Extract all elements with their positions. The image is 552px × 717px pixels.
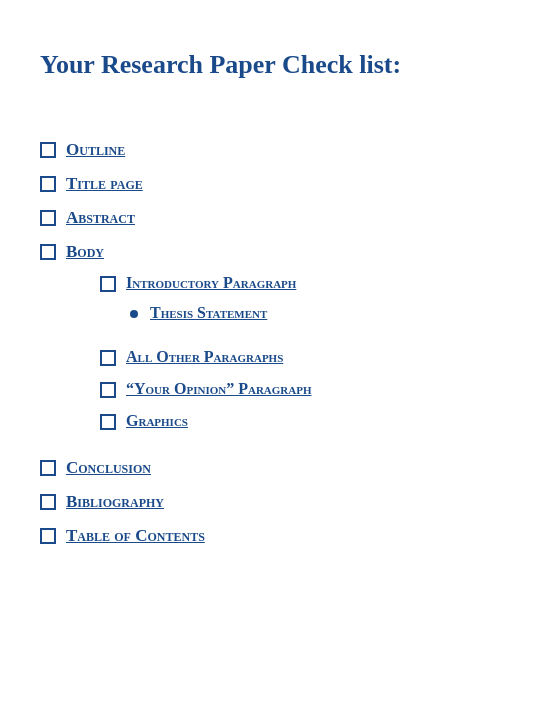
list-item-thesis-statement: Thesis Statement [130, 304, 267, 322]
checkbox-abstract[interactable] [40, 210, 56, 226]
list-item-outline: Outline [40, 140, 512, 160]
list-item-all-other-paragraphs: All Other Paragraphs [100, 348, 312, 366]
list-item-conclusion: Conclusion [40, 458, 512, 478]
checkbox-all-other-paragraphs[interactable] [100, 350, 116, 366]
label-title-page: Title page [66, 174, 143, 194]
label-all-other-paragraphs: All Other Paragraphs [126, 348, 283, 366]
checkbox-graphics[interactable] [100, 414, 116, 430]
checkbox-introductory-paragraph[interactable] [100, 276, 116, 292]
list-item-abstract: Abstract [40, 208, 512, 228]
checkbox-bibliography[interactable] [40, 494, 56, 510]
list-item-your-opinion-paragraph: “Your Opinion” Paragraph [100, 380, 312, 398]
bullet-thesis [130, 310, 138, 318]
checkbox-table-of-contents[interactable] [40, 528, 56, 544]
label-conclusion: Conclusion [66, 458, 151, 478]
list-item-introductory-paragraph: Introductory Paragraph Thesis Statement [100, 274, 312, 334]
label-introductory-paragraph: Introductory Paragraph [126, 274, 296, 292]
label-graphics: Graphics [126, 412, 188, 430]
checklist: Outline Title page Abstract Body Introdu… [40, 140, 512, 546]
label-outline: Outline [66, 140, 125, 160]
label-bibliography: Bibliography [66, 492, 164, 512]
list-item-title-page: Title page [40, 174, 512, 194]
checkbox-outline[interactable] [40, 142, 56, 158]
checkbox-conclusion[interactable] [40, 460, 56, 476]
label-your-opinion-paragraph: “Your Opinion” Paragraph [126, 380, 312, 398]
label-abstract: Abstract [66, 208, 135, 228]
checkbox-your-opinion-paragraph[interactable] [100, 382, 116, 398]
label-body: Body [66, 242, 104, 262]
page-title: Your Research Paper Check list: [40, 50, 512, 80]
list-item-table-of-contents: Table of Contents [40, 526, 512, 546]
label-thesis-statement: Thesis Statement [150, 304, 267, 322]
list-item-bibliography: Bibliography [40, 492, 512, 512]
checkbox-body[interactable] [40, 244, 56, 260]
sub-sub-checklist: Thesis Statement [130, 304, 267, 330]
page: Your Research Paper Check list: Outline … [0, 0, 552, 600]
checkbox-title-page[interactable] [40, 176, 56, 192]
sub-checklist-body: Introductory Paragraph Thesis Statement … [100, 274, 312, 444]
list-item-body: Body Introductory Paragraph Thesis State… [40, 242, 512, 444]
list-item-graphics: Graphics [100, 412, 312, 430]
label-table-of-contents: Table of Contents [66, 526, 205, 546]
